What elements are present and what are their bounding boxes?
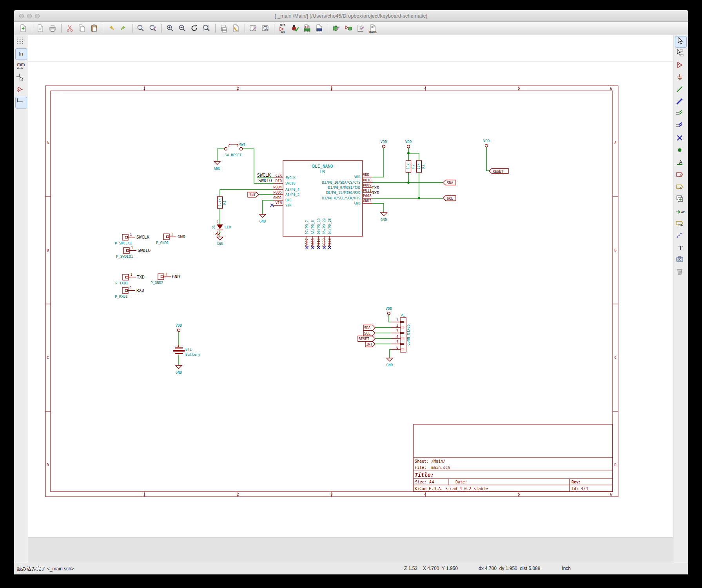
right-tool-place-hier-sheet-button[interactable]	[675, 194, 686, 205]
right-tool-place-text-button[interactable]: T	[675, 243, 686, 254]
pad-pin-number: 1	[131, 273, 132, 277]
right-tool-import-sheet-pin-button[interactable]: AD	[675, 206, 686, 217]
left-tool-hidden-pins-button[interactable]	[16, 85, 27, 96]
vdd-power-symbol[interactable]: VDD	[405, 140, 412, 148]
right-tool-place-global-label-button[interactable]: A	[675, 170, 686, 181]
component-r3[interactable]: 10kR3	[417, 161, 426, 172]
junction-dot	[418, 197, 420, 199]
global-label-scl-p1[interactable]: SCL	[363, 331, 375, 336]
vdd-power-symbol[interactable]: VDD	[386, 307, 392, 315]
right-tool-place-line-button[interactable]	[675, 231, 686, 242]
u3-pin-name: D6/P0_15	[317, 218, 321, 234]
left-tool-ortho-wire-mode-button[interactable]	[16, 97, 27, 108]
right-tool-wire-to-bus-entry-button[interactable]	[675, 109, 686, 120]
right-tool-highlight-net-button[interactable]	[675, 49, 686, 60]
right-tool-place-wire-button[interactable]	[675, 85, 686, 96]
sheet-column-label: 4	[424, 87, 426, 90]
toolbar-netlist-button[interactable]: NET	[302, 23, 312, 34]
right-tool-select-tool-button[interactable]	[675, 36, 686, 47]
toolbar-cut-button[interactable]	[65, 23, 75, 34]
toolbar-find-replace-button[interactable]	[148, 23, 158, 34]
component-sw1[interactable]: SW1SW_RESET	[225, 143, 246, 157]
vdd-power-symbol[interactable]: VDD	[483, 139, 490, 147]
toolbar-print-button[interactable]	[47, 23, 58, 34]
component-r1[interactable]: 4.7kR1	[218, 197, 227, 208]
toolbar-annotate-button[interactable]: U?A123	[278, 23, 288, 34]
right-tool-place-power-port-button[interactable]	[675, 73, 686, 84]
global-label-sda-p1[interactable]: SDA	[363, 325, 375, 331]
gnd-power-symbol[interactable]: GND	[381, 213, 387, 222]
component-d1[interactable]: D1LED21	[212, 221, 231, 236]
left-tool-units-mm-button[interactable]: mm	[16, 61, 27, 72]
toolbar-copy-button[interactable]	[77, 23, 87, 34]
gnd-power-symbol[interactable]: GND	[386, 358, 393, 367]
right-tool-no-connect-flag-button[interactable]	[675, 134, 686, 145]
left-tool-units-inch-button[interactable]: In	[16, 49, 27, 60]
component-pad-5[interactable]: 1RXDP_RXD1	[115, 286, 144, 299]
component-pad-3[interactable]: 1TXDP_TXD1	[115, 273, 145, 286]
right-tool-place-net-label-button[interactable]: A	[675, 158, 686, 169]
pad-pin-number: 1	[171, 233, 173, 236]
toolbar-page-settings-button[interactable]	[35, 23, 46, 34]
vdd-power-symbol[interactable]: VDD	[381, 140, 387, 148]
component-pad-0[interactable]: 1SWCLKP_SWCLK1	[115, 233, 149, 246]
gnd-power-symbol[interactable]: GND	[214, 161, 220, 170]
right-tool-delete-item-button[interactable]	[675, 267, 686, 278]
label-swdio: SWDIO	[258, 178, 272, 183]
global-label-sda[interactable]: SDA	[443, 180, 456, 185]
right-tool-place-sheet-pin-button[interactable]: DA	[675, 219, 686, 230]
toolbar-zoom-out-button[interactable]	[177, 23, 188, 34]
right-tool-bus-to-bus-entry-button[interactable]	[675, 121, 686, 132]
toolbar-paste-button[interactable]	[89, 23, 100, 34]
toolbar-footprint-doc-button[interactable]	[356, 23, 366, 34]
right-toolbar: AAAADDAT	[673, 35, 688, 563]
left-tool-grid-toggle-button[interactable]	[16, 36, 27, 47]
toolbar-save-button[interactable]	[18, 23, 29, 34]
right-tool-place-hier-label-button[interactable]: A	[675, 182, 686, 193]
global-label-int-p1[interactable]: INT	[365, 342, 375, 347]
component-u3[interactable]: BLE_NANOU3SWCLKCLKSWDIODIOA3/P0_4P004A4/…	[270, 161, 372, 249]
toolbar-find-button[interactable]	[136, 23, 146, 34]
component-bt1[interactable]: +BT1Battery	[173, 343, 201, 356]
component-pad-1[interactable]: 1GNDP_GND1	[156, 233, 185, 245]
global-label-reset-p1[interactable]: RESET	[358, 336, 375, 342]
toolbar-run-pcbnew-button[interactable]	[343, 23, 354, 34]
toolbar-hierarchy-navigator-button[interactable]	[219, 23, 229, 34]
component-r2[interactable]: 10kR2	[406, 161, 415, 172]
toolbar-zoom-in-button[interactable]	[165, 23, 176, 34]
gnd-power-symbol[interactable]: GND	[259, 214, 266, 223]
vdd-power-symbol[interactable]: VDD	[176, 324, 182, 332]
component-pad-4[interactable]: 1GNDP_GND2	[151, 273, 180, 285]
toolbar-bom-button[interactable]: BOM	[314, 23, 325, 34]
component-pad-2[interactable]: 1SWDIOP_SWDIO1	[116, 246, 151, 259]
component-p1[interactable]: P1CONN_01X06123456	[391, 313, 410, 352]
global-label-scl[interactable]: SCL	[443, 196, 456, 201]
sheet-row-label: B	[47, 248, 49, 252]
wires	[179, 147, 489, 365]
r3-value: 10k	[417, 163, 421, 169]
toolbar-redraw-button[interactable]	[189, 23, 200, 34]
right-tool-place-component-button[interactable]	[675, 61, 686, 72]
toolbar-back-annotate-button[interactable]: BACK	[368, 23, 378, 34]
right-tool-place-image-button[interactable]	[675, 255, 686, 266]
toolbar-leave-sheet-button[interactable]	[231, 23, 241, 34]
toolbar-library-browser-button[interactable]	[260, 23, 271, 34]
right-tool-place-bus-button[interactable]	[675, 97, 686, 108]
schematic-canvas[interactable]: 112233445566AABBCCDDSheet: /Main/File: _…	[28, 35, 673, 563]
toolbar-redo-button[interactable]	[118, 23, 129, 34]
p1-pin-number: 1	[396, 318, 398, 322]
left-tool-cursor-shape-button[interactable]	[16, 73, 27, 84]
global-label-int[interactable]: INT	[248, 192, 259, 197]
right-tool-place-junction-button[interactable]	[675, 146, 686, 157]
toolbar-undo-button[interactable]	[106, 23, 117, 34]
toolbar-erc-button[interactable]	[290, 23, 300, 34]
gnd-power-symbol[interactable]: GND	[176, 365, 182, 375]
global-label-reset[interactable]: RESET	[489, 168, 508, 174]
toolbar-library-editor-button[interactable]	[248, 23, 259, 34]
bt1-plus: +	[177, 343, 180, 348]
gnd-power-symbol[interactable]: GND	[217, 237, 223, 246]
u3-net-label: VDD	[363, 173, 369, 177]
toolbar-assign-footprints-button[interactable]	[331, 23, 342, 34]
toolbar-zoom-fit-button[interactable]	[201, 23, 212, 34]
gnd-label: GND	[176, 371, 182, 375]
